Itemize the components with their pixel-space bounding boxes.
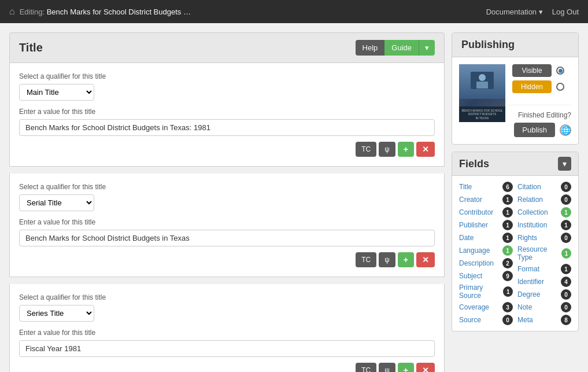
field-link-source[interactable]: Source [459, 316, 481, 324]
guide-dropdown-button[interactable]: ▾ [419, 40, 435, 56]
thumbnail-text: BENCH MARKS FOR SCHOOLDISTRICT BUDGETSIN… [459, 106, 505, 123]
tc-button-2[interactable]: TC [356, 252, 376, 267]
field-link-format[interactable]: Format [517, 265, 539, 273]
value-label-1: Enter a value for this title [19, 108, 435, 116]
plus-button-1[interactable]: + [398, 142, 414, 157]
field-item-rights: Rights 0 [515, 231, 574, 244]
field-link-institution[interactable]: Institution [517, 221, 547, 229]
field-badge-format: 1 [561, 264, 571, 274]
field-link-meta[interactable]: Meta [517, 316, 533, 324]
field-item-language: Language 1 [457, 244, 515, 257]
guide-button[interactable]: Guide [384, 40, 419, 56]
action-buttons-1: TC ψ + ✕ [19, 142, 435, 157]
field-badge-date: 1 [502, 233, 513, 243]
field-link-degree[interactable]: Degree [517, 290, 540, 299]
field-link-citation[interactable]: Citation [517, 183, 541, 191]
value-label-3: Enter a value for this title [19, 329, 435, 337]
publishing-content: BENCH MARKS FOR SCHOOLDISTRICT BUDGETSIN… [452, 57, 578, 144]
field-link-date[interactable]: Date [459, 234, 474, 242]
field-link-language[interactable]: Language [459, 246, 490, 255]
field-link-contributor[interactable]: Contributor [459, 208, 493, 216]
visibility-radio-group: Visible Hidden [512, 64, 571, 99]
publish-button[interactable]: Publish [514, 123, 555, 137]
minus-button-2[interactable]: ✕ [416, 252, 435, 267]
publishing-box: Publishing BENCH MARKS FOR SCHOOLDISTRI [452, 32, 579, 145]
title-input-3[interactable] [19, 340, 435, 357]
home-icon[interactable]: ⌂ [9, 6, 15, 17]
fields-title: Fields [459, 158, 489, 170]
field-badge-degree: 0 [561, 289, 571, 300]
qualifier-select-1[interactable]: Main Title Serial Title Series Title Uni… [19, 84, 94, 101]
globe-icon: 🌐 [560, 124, 571, 136]
editing-label: Editing: Bench Marks for School District… [20, 8, 486, 16]
top-nav-links: Documentation ▾ Log Out [486, 8, 579, 16]
svg-rect-2 [476, 82, 488, 89]
help-button[interactable]: Help [356, 40, 385, 56]
publishing-title: Publishing [452, 33, 578, 57]
title-input-2[interactable] [19, 230, 435, 246]
field-badge-title: 6 [502, 182, 513, 192]
field-item-title: Title 6 [457, 181, 515, 193]
field-link-note[interactable]: Note [517, 303, 532, 311]
field-item-creator: Creator 1 [457, 193, 515, 206]
field-link-primary-source[interactable]: Primary Source [459, 283, 503, 300]
field-item-meta: Meta 8 [515, 314, 574, 326]
logout-link[interactable]: Log Out [552, 8, 579, 16]
field-link-resource-type[interactable]: Resource Type [517, 245, 561, 261]
visible-option: Visible [512, 64, 571, 77]
qualifier-select-2[interactable]: Main Title Serial Title Series Title Uni… [19, 194, 94, 211]
field-badge-institution: 1 [561, 220, 571, 230]
visible-radio[interactable] [556, 67, 564, 75]
minus-button-3[interactable]: ✕ [416, 363, 435, 372]
field-badge-subject: 9 [502, 271, 513, 281]
field-badge-note: 0 [561, 302, 571, 312]
documentation-link[interactable]: Documentation ▾ [486, 8, 543, 16]
field-link-identifier[interactable]: Identifier [517, 278, 544, 286]
field-badge-contributor: 1 [502, 207, 513, 218]
field-item-publisher: Publisher 1 [457, 219, 515, 231]
tc-button-1[interactable]: TC [356, 142, 376, 157]
plus-button-2[interactable]: + [398, 252, 414, 267]
field-item-citation: Citation 0 [515, 181, 574, 193]
field-item-date: Date 1 [457, 231, 515, 244]
field-item-resource-type: Resource Type 1 [515, 244, 574, 263]
field-link-description[interactable]: Description [459, 259, 494, 267]
main-container: Title Help Guide ▾ Select a qualifier fo… [0, 23, 588, 372]
qualifier-label-2: Select a qualifier for this title [19, 183, 435, 191]
field-link-relation[interactable]: Relation [517, 196, 543, 204]
plus-button-3[interactable]: + [398, 363, 414, 372]
psi-button-2[interactable]: ψ [379, 252, 395, 267]
qualifier-select-3[interactable]: Main Title Serial Title Series Title Uni… [19, 305, 94, 322]
field-link-collection[interactable]: Collection [517, 208, 548, 216]
hidden-button[interactable]: Hidden [512, 80, 552, 93]
field-badge-resource-type: 1 [561, 248, 571, 259]
thumbnail-placeholder: BENCH MARKS FOR SCHOOLDISTRICT BUDGETSIN… [459, 64, 505, 122]
field-item-institution: Institution 1 [515, 219, 574, 231]
title-input-1[interactable] [19, 119, 435, 136]
field-link-publisher[interactable]: Publisher [459, 221, 488, 229]
field-badge-relation: 0 [561, 194, 571, 205]
field-link-creator[interactable]: Creator [459, 196, 482, 204]
right-panel: Publishing BENCH MARKS FOR SCHOOLDISTRI [452, 32, 579, 372]
section-title: Title [19, 41, 43, 54]
field-badge-language: 1 [502, 245, 513, 256]
editing-title: Bench Marks for School District Budgets … [47, 8, 191, 16]
tc-button-3[interactable]: TC [356, 363, 376, 372]
field-badge-rights: 0 [561, 233, 571, 243]
field-link-subject[interactable]: Subject [459, 272, 482, 280]
psi-button-1[interactable]: ψ [379, 142, 395, 157]
fields-grid: Title 6 Creator 1 Contributor 1 Publishe… [452, 176, 578, 331]
field-item-format: Format 1 [515, 263, 574, 275]
minus-button-1[interactable]: ✕ [416, 142, 435, 157]
fields-box: Fields ▾ Title 6 Creator 1 Contributor [452, 152, 579, 332]
top-navigation: ⌂ Editing: Bench Marks for School Distri… [0, 0, 588, 23]
title-block-2: Select a qualifier for this title Main T… [9, 174, 445, 277]
hidden-radio[interactable] [556, 83, 564, 91]
value-label-2: Enter a value for this title [19, 218, 435, 226]
field-link-rights[interactable]: Rights [517, 234, 537, 242]
visible-button[interactable]: Visible [512, 64, 552, 77]
field-link-coverage[interactable]: Coverage [459, 303, 489, 311]
field-link-title[interactable]: Title [459, 183, 472, 191]
psi-button-3[interactable]: ψ [379, 363, 395, 372]
fields-expand-button[interactable]: ▾ [558, 157, 571, 171]
